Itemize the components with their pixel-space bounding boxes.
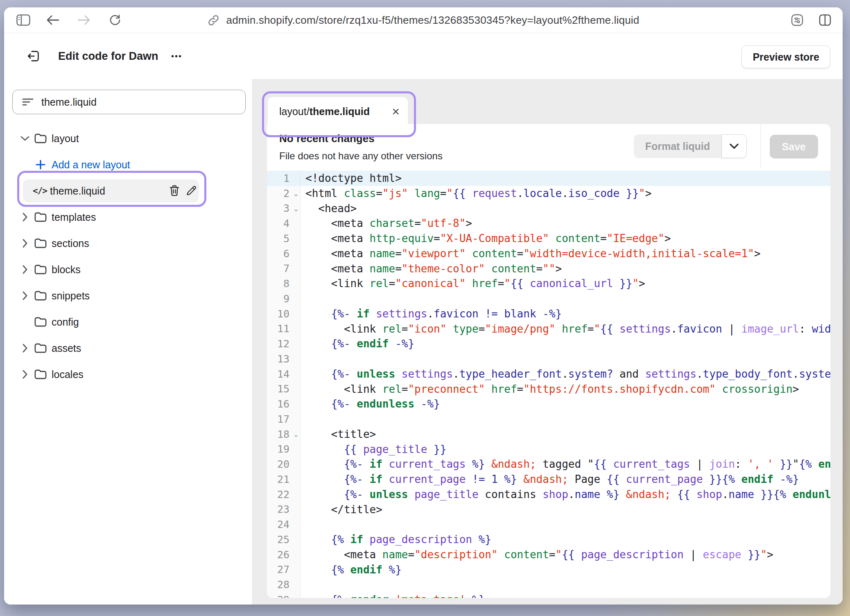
code-line[interactable]: 11 <link rel="icon" type="image/png" hre… [267, 322, 830, 337]
code-line[interactable]: 18⌄ <title> [267, 427, 830, 442]
sidebar-item-blocks[interactable]: blocks [4, 256, 252, 283]
code-line[interactable]: 7 <meta name="theme-color" content=""> [267, 261, 830, 276]
line-number: 25 [267, 532, 301, 547]
code-line[interactable]: 14 {%- unless settings.type_header_font.… [267, 367, 830, 382]
add-layout-button[interactable]: Add a new layout [4, 152, 252, 178]
code-line-text: <html class="js" lang="{{ request.locale… [301, 186, 830, 201]
code-line-text: {%- if current_tags %} &ndash; tagged "{… [301, 457, 830, 472]
sidebar-item-templates[interactable]: templates [4, 204, 252, 230]
line-number: 27 [267, 562, 301, 578]
code-line[interactable]: 26 <meta name="description" content="{{ … [267, 547, 830, 562]
sidebar-item-snippets[interactable]: snippets [4, 283, 252, 309]
code-line[interactable]: 6 <meta name="viewport" content="width=d… [267, 246, 830, 261]
exit-editor-button[interactable] [24, 46, 43, 66]
folder-icon [34, 369, 47, 380]
code-line[interactable]: 15 <link rel="preconnect" href="https://… [267, 382, 830, 397]
code-line[interactable]: 8 <link rel="canonical" href="{{ canonic… [267, 276, 830, 291]
sidebar-item-locales[interactable]: locales [4, 361, 252, 387]
code-line[interactable]: 5 <meta http-equiv="X-UA-Compatible" con… [267, 231, 830, 246]
format-options-button[interactable] [721, 134, 747, 158]
header-divider [760, 124, 761, 168]
sidebar-item-theme-liquid[interactable]: </>theme.liquid [4, 178, 252, 204]
code-line[interactable]: 20 {%- if current_tags %} &ndash; tagged… [267, 457, 830, 472]
delete-icon [169, 185, 180, 197]
sidebar-item-layout[interactable]: layout [4, 125, 252, 152]
code-line[interactable]: 17 [267, 412, 830, 427]
line-number: 8 [267, 276, 301, 291]
code-line-text: <meta name="description" content="{{ pag… [301, 547, 830, 562]
code-line-text: <link rel="icon" type="image/png" href="… [301, 322, 830, 337]
line-number: 29 [267, 592, 301, 598]
code-line-text: {%- if current_page != 1 %} &ndash; Page… [301, 472, 830, 487]
code-line[interactable]: 12 {%- endif -%} [267, 336, 830, 351]
sidebar-toggle-icon[interactable] [16, 12, 31, 28]
split-view-icon[interactable] [817, 12, 833, 28]
line-number: 15 [267, 382, 301, 397]
line-number: 18⌄ [267, 427, 301, 442]
fold-toggle-icon[interactable]: ⌄ [293, 430, 299, 439]
fold-toggle-icon[interactable]: ⌄ [293, 204, 299, 213]
line-number: 9 [267, 291, 301, 306]
page-settings-icon[interactable] [789, 12, 805, 28]
code-line[interactable]: 3⌄ <head> [267, 201, 830, 216]
code-line[interactable]: 27 {% endif %} [267, 562, 830, 578]
code-line[interactable]: 9 [267, 291, 830, 306]
page-title: Edit code for Dawn [58, 50, 158, 63]
overflow-menu-icon[interactable]: ••• [171, 52, 182, 61]
file-label: theme.liquid [50, 185, 105, 197]
code-line-text [301, 351, 830, 367]
code-line[interactable]: 4 <meta charset="utf-8"> [267, 216, 830, 231]
tab-theme-liquid[interactable]: layout/theme.liquid × [268, 97, 408, 126]
code-line[interactable]: 23 </title> [267, 502, 830, 517]
line-number: 19 [267, 442, 301, 457]
code-line[interactable]: 28 [267, 577, 830, 592]
code-line[interactable]: 13 [267, 351, 830, 367]
edit-icon [185, 185, 197, 197]
exit-icon [27, 49, 41, 63]
chevron-right-icon [22, 238, 28, 248]
selected-file-pill[interactable]: </>theme.liquid [23, 179, 199, 202]
chevron-down-icon [730, 143, 739, 149]
reload-icon[interactable] [107, 12, 123, 28]
code-line-text [301, 412, 830, 427]
code-line[interactable]: 10 {%- if settings.favicon != blank -%} [267, 306, 830, 322]
code-line[interactable]: 16 {%- endunless -%} [267, 396, 830, 412]
code-line-text: {%- unless settings.type_header_font.sys… [301, 367, 830, 382]
forward-icon[interactable] [76, 12, 92, 28]
code-line[interactable]: 22 {%- unless page_title contains shop.n… [267, 487, 830, 502]
code-line-text: {% if page_description %} [301, 532, 830, 547]
code-line-text: <meta charset="utf-8"> [301, 216, 830, 231]
desktop-background: admin.shopify.com/store/rzq1xu-f5/themes… [0, 0, 850, 616]
line-number: 7 [267, 261, 301, 276]
format-liquid-button[interactable]: Format liquid [634, 134, 721, 158]
code-line[interactable]: 21 {%- if current_page != 1 %} &ndash; P… [267, 472, 830, 487]
fold-toggle-icon[interactable]: ⌄ [293, 189, 299, 199]
code-line[interactable]: 1<!doctype html> [267, 171, 830, 186]
file-search-input[interactable]: theme.liquid [12, 90, 246, 114]
back-icon[interactable] [45, 12, 61, 28]
code-editor[interactable]: 1<!doctype html>2⌄<html class="js" lang=… [267, 168, 830, 598]
sidebar-item-assets[interactable]: assets [4, 335, 252, 361]
code-line-text: {%- endunless -%} [301, 396, 830, 412]
address-bar[interactable]: admin.shopify.com/store/rzq1xu-f5/themes… [208, 14, 640, 27]
code-line[interactable]: 24 [267, 517, 830, 532]
code-line-text: <meta name="theme-color" content=""> [301, 261, 830, 276]
save-button[interactable]: Save [770, 135, 818, 159]
chevron-down-icon [20, 135, 30, 142]
chevron-right-icon [22, 343, 28, 353]
code-line-text: <meta http-equiv="X-UA-Compatible" conte… [301, 231, 830, 246]
chevron-right-icon [22, 291, 28, 301]
line-number: 24 [267, 517, 301, 532]
preview-store-button[interactable]: Preview store [741, 45, 830, 68]
code-line[interactable]: 2⌄<html class="js" lang="{{ request.loca… [267, 186, 830, 201]
sidebar-item-config[interactable]: config [4, 309, 252, 335]
code-line[interactable]: 19 {{ page_title }} [267, 442, 830, 457]
sidebar-item-sections[interactable]: sections [4, 230, 252, 256]
close-icon[interactable]: × [392, 105, 400, 118]
folder-label: templates [52, 211, 96, 223]
code-line-text: <meta name="viewport" content="width=dev… [301, 246, 830, 261]
code-line[interactable]: 29 {% render 'meta-tags' %} [267, 592, 830, 598]
line-number: 22 [267, 487, 301, 502]
code-line[interactable]: 25 {% if page_description %} [267, 532, 830, 547]
code-line-text: <!doctype html> [301, 171, 830, 186]
